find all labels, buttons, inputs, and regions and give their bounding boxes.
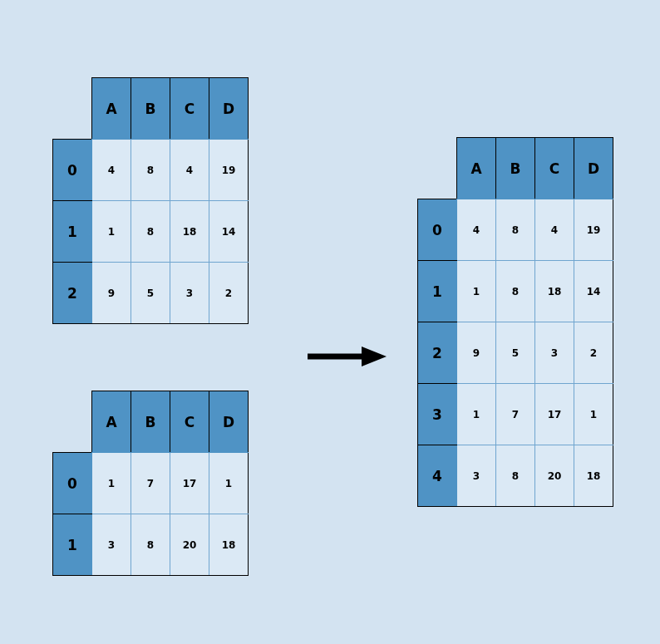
data-cell: 2 bbox=[209, 263, 249, 324]
row-header: 1 bbox=[418, 261, 457, 322]
data-cell: 19 bbox=[574, 199, 613, 261]
data-cell: 7 bbox=[496, 384, 535, 445]
row-header: 4 bbox=[418, 445, 457, 507]
col-header: C bbox=[535, 138, 574, 199]
row-header: 1 bbox=[53, 201, 92, 263]
data-cell: 5 bbox=[496, 322, 535, 384]
data-cell: 1 bbox=[457, 261, 496, 322]
data-cell: 20 bbox=[170, 514, 209, 576]
data-cell: 4 bbox=[170, 140, 209, 201]
data-cell: 3 bbox=[535, 322, 574, 384]
data-cell: 4 bbox=[92, 140, 131, 201]
data-cell: 7 bbox=[131, 453, 170, 514]
data-cell: 1 bbox=[92, 201, 131, 263]
col-header: A bbox=[92, 78, 131, 140]
dataframe-table-bottom-left: A B C D 0 1 7 17 1 1 3 8 20 18 bbox=[52, 391, 249, 576]
corner-cell bbox=[418, 138, 457, 199]
data-cell: 9 bbox=[92, 263, 131, 324]
row-header: 0 bbox=[53, 453, 92, 514]
data-cell: 1 bbox=[209, 453, 249, 514]
col-header: C bbox=[170, 78, 209, 140]
data-cell: 4 bbox=[535, 199, 574, 261]
col-header: A bbox=[92, 391, 131, 453]
data-cell: 1 bbox=[92, 453, 131, 514]
col-header: B bbox=[496, 138, 535, 199]
col-header: D bbox=[209, 78, 249, 140]
col-header: D bbox=[209, 391, 249, 453]
col-header: C bbox=[170, 391, 209, 453]
data-cell: 4 bbox=[457, 199, 496, 261]
dataframe-table-top-left: A B C D 0 4 8 4 19 1 1 8 18 14 2 9 5 3 2 bbox=[52, 77, 249, 324]
row-header: 2 bbox=[53, 263, 92, 324]
data-cell: 18 bbox=[574, 445, 613, 507]
data-cell: 14 bbox=[574, 261, 613, 322]
col-header: D bbox=[574, 138, 613, 199]
data-cell: 5 bbox=[131, 263, 170, 324]
col-header: B bbox=[131, 391, 170, 453]
data-cell: 8 bbox=[496, 261, 535, 322]
data-cell: 8 bbox=[131, 514, 170, 576]
data-cell: 1 bbox=[457, 384, 496, 445]
data-cell: 18 bbox=[209, 514, 249, 576]
data-cell: 8 bbox=[496, 199, 535, 261]
row-header: 0 bbox=[418, 199, 457, 261]
data-cell: 8 bbox=[496, 445, 535, 507]
corner-cell bbox=[53, 391, 92, 453]
row-header: 1 bbox=[53, 514, 92, 576]
col-header: B bbox=[131, 78, 170, 140]
arrow-right-icon bbox=[303, 342, 387, 376]
row-header: 3 bbox=[418, 384, 457, 445]
data-cell: 14 bbox=[209, 201, 249, 263]
data-cell: 18 bbox=[535, 261, 574, 322]
data-cell: 17 bbox=[535, 384, 574, 445]
data-cell: 3 bbox=[457, 445, 496, 507]
data-cell: 2 bbox=[574, 322, 613, 384]
dataframe-table-result: A B C D 0 4 8 4 19 1 1 8 18 14 2 9 5 3 2… bbox=[417, 137, 613, 507]
data-cell: 17 bbox=[170, 453, 209, 514]
data-cell: 3 bbox=[170, 263, 209, 324]
data-cell: 18 bbox=[170, 201, 209, 263]
row-header: 2 bbox=[418, 322, 457, 384]
corner-cell bbox=[53, 78, 92, 140]
data-cell: 19 bbox=[209, 140, 249, 201]
row-header: 0 bbox=[53, 140, 92, 201]
col-header: A bbox=[457, 138, 496, 199]
data-cell: 8 bbox=[131, 140, 170, 201]
data-cell: 1 bbox=[574, 384, 613, 445]
data-cell: 9 bbox=[457, 322, 496, 384]
data-cell: 3 bbox=[92, 514, 131, 576]
data-cell: 20 bbox=[535, 445, 574, 507]
data-cell: 8 bbox=[131, 201, 170, 263]
svg-marker-1 bbox=[362, 347, 387, 366]
